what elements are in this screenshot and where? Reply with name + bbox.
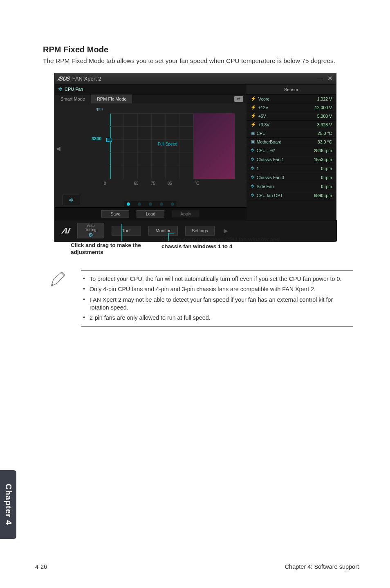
tab-rpm-fix-mode[interactable]: RPM Fix Mode: [91, 94, 133, 103]
note-item: 2-pin fans are only allowed to run at fu…: [83, 313, 352, 323]
chapter-side-tab: Chapter 4: [0, 470, 16, 539]
sensor-value: 33.0 °C: [318, 139, 332, 144]
pager-dot-2[interactable]: [138, 202, 141, 206]
sensor-name: Chassis Fan 3: [257, 175, 284, 180]
sensor-name: CPU: [257, 131, 266, 136]
sensor-panel: Sensor ⚡Vcore1.022 V⚡+12V12.000 V⚡+5V5.0…: [247, 85, 336, 220]
footer-chapter-title: Chapter 4: Software support: [285, 563, 359, 570]
sensor-name: +5V: [258, 114, 266, 119]
tab-smart-mode[interactable]: Smart Mode: [55, 94, 91, 103]
rpm-graph-area: rpm ◀ 3300 Full Speed 0 65 75: [55, 103, 247, 197]
pager-dot-5[interactable]: [171, 202, 174, 206]
sensor-value: 1.022 V: [317, 97, 332, 101]
auto-tuning-label1: Auto: [87, 224, 95, 228]
note-item: FAN Xpert 2 may not be able to detect yo…: [83, 295, 352, 313]
sensor-name: Side Fan: [257, 184, 274, 189]
sensor-row: ✲CPU --%*2848 rpm: [247, 146, 336, 155]
sensor-row: ⚡+5V5.080 V: [247, 112, 336, 121]
sensor-name: +12V: [258, 105, 269, 110]
sensor-value: 1553 rpm: [314, 157, 332, 162]
fan-icon: ✲: [58, 86, 63, 92]
bolt-icon: ⚡: [251, 105, 256, 110]
x-tick: 65: [134, 181, 139, 186]
sensor-panel-header: Sensor: [247, 85, 336, 95]
sensor-row: ⚡+12V12.000 V: [247, 103, 336, 112]
apply-button[interactable]: Apply: [172, 210, 199, 218]
asus-logo: /SUS: [57, 75, 70, 82]
fan-icon: ✲: [251, 148, 255, 153]
fan-icon: ✲: [251, 166, 255, 171]
x-tick: 0: [104, 181, 106, 186]
x-tick: 85: [168, 181, 172, 186]
sensor-row: ✲CPU fan OPT6890 rpm: [247, 191, 336, 200]
fan-thumbnail[interactable]: ✲: [62, 195, 80, 205]
fanxpert-window: /SUS FAN Xpert 2 — ✕ ✲ CPU Fan Smart Mod…: [54, 73, 336, 242]
sensor-name: CPU fan OPT: [257, 193, 283, 198]
current-rpm-value: 3300: [92, 136, 101, 141]
pager-dot-1[interactable]: [127, 202, 130, 206]
gear-icon: ⚙: [78, 232, 104, 238]
sensor-row: ✲10 rpm: [247, 164, 336, 173]
sensor-value: 0 rpm: [321, 175, 332, 180]
chip-icon: ▣: [251, 130, 255, 136]
sensor-name: Vcore: [258, 97, 269, 101]
callout-drag-text: Click and drag to make the adjustments: [71, 242, 157, 256]
sensor-value: 0 rpm: [321, 166, 332, 171]
x-tick: 75: [151, 181, 155, 186]
auto-tuning-button[interactable]: Auto Tuning ⚙: [77, 223, 104, 238]
monitor-button[interactable]: Monitor: [148, 226, 178, 236]
settings-button[interactable]: Settings: [185, 226, 215, 236]
chapter-tab-label: Chapter 4: [4, 484, 13, 525]
sensor-row: ⚡Vcore1.022 V: [247, 95, 336, 103]
sensor-row: ▣CPU25.0 °C: [247, 129, 336, 138]
sensor-value: 6890 rpm: [314, 193, 332, 198]
note-list: To protect your CPU, the fan will not au…: [81, 270, 353, 327]
fan-icon: ✲: [251, 193, 255, 198]
minimize-icon[interactable]: —: [317, 75, 323, 82]
save-button[interactable]: Save: [101, 210, 129, 218]
sensor-row: ✲Chassis Fan 11553 rpm: [247, 155, 336, 164]
ai-suite-logo: ΛI: [61, 226, 71, 236]
fan-icon: ✲: [251, 157, 255, 162]
callout-line: [168, 233, 174, 233]
bolt-icon: ⚡: [251, 96, 256, 101]
auto-tuning-label2: Tuning: [85, 228, 96, 232]
pager-dot-4[interactable]: [160, 202, 163, 206]
callout-line: [121, 224, 122, 241]
chevron-left-icon[interactable]: ◀: [56, 145, 61, 152]
callout-switch-text: Click to switch between CPU fan window a…: [161, 236, 300, 250]
cpu-fan-label: CPU Fan: [65, 87, 83, 92]
sensor-value: 0 rpm: [321, 184, 332, 189]
sensor-name: CPU --%*: [257, 148, 276, 153]
note-item: To protect your CPU, the fan will not au…: [83, 274, 352, 284]
chip-icon: ▣: [251, 139, 255, 144]
cpu-fan-tab[interactable]: ✲ CPU Fan: [55, 85, 247, 94]
sensor-name: 1: [257, 166, 259, 171]
full-speed-zone: [194, 113, 235, 179]
x-axis-unit: °C: [195, 181, 199, 186]
sensor-value: 25.0 °C: [318, 131, 332, 136]
chevron-right-icon[interactable]: ▶: [224, 227, 228, 234]
fan-icon: ✲: [251, 175, 255, 180]
page-number: 4-26: [35, 563, 47, 570]
bolt-icon: ⚡: [251, 122, 256, 127]
detach-window-icon[interactable]: [234, 96, 243, 102]
pager-dot-3[interactable]: [149, 202, 152, 206]
fan-pager: [124, 201, 177, 207]
sensor-row: ✲Chassis Fan 30 rpm: [247, 173, 336, 182]
sensor-name: Chassis Fan 1: [257, 157, 284, 162]
app-title: FAN Xpert 2: [72, 76, 101, 82]
sensor-name: MotherBoard: [257, 139, 282, 144]
tool-button[interactable]: Tool: [112, 226, 141, 236]
sensor-row: ⚡+3.3V3.328 V: [247, 121, 336, 129]
section-intro: The RPM Fixed Mode tab allows you to set…: [43, 57, 353, 65]
sensor-value: 2848 rpm: [314, 148, 332, 153]
note-item: Only 4-pin CPU fans and 4-pin and 3-pin …: [83, 284, 352, 294]
rpm-axis-label: rpm: [96, 107, 242, 111]
close-icon[interactable]: ✕: [327, 75, 333, 82]
fan-icon: ✲: [251, 184, 255, 189]
load-button[interactable]: Load: [137, 210, 164, 218]
sensor-name: +3.3V: [258, 122, 270, 127]
sensor-row: ✲Side Fan0 rpm: [247, 182, 336, 191]
bolt-icon: ⚡: [251, 113, 256, 119]
